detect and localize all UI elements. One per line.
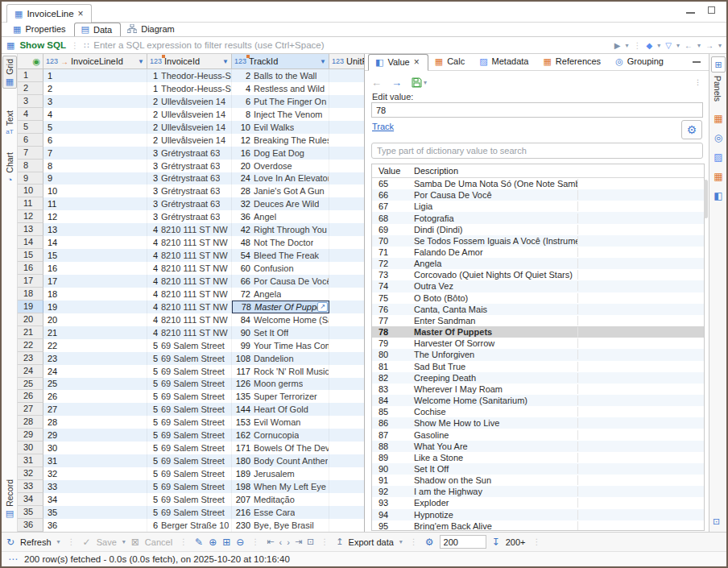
dictionary-row[interactable]: 87Gasoline [372, 429, 704, 440]
duplicate-row-icon[interactable]: ⊞ [222, 537, 230, 548]
grid-corner-cell[interactable]: ◉ [18, 54, 43, 68]
save-button[interactable]: Save [97, 537, 117, 547]
row-number[interactable]: 5 [18, 121, 43, 134]
dictionary-row[interactable]: 75O Boto (Bôto) [372, 292, 704, 304]
table-row[interactable]: 2626569 Salem Street135Super Terrorizer [18, 390, 364, 403]
dictionary-row[interactable]: 82Creeping Death [372, 372, 704, 384]
cancel-button[interactable]: Cancel [145, 537, 172, 547]
cell-trackid[interactable]: 2Balls to the Wall [232, 69, 329, 82]
cell-trackid[interactable]: 42Right Through You [232, 223, 329, 236]
cell-unitprice[interactable] [329, 262, 364, 275]
cell-trackid[interactable]: 28Janie's Got A Gun [232, 184, 329, 197]
cell-invoiceid[interactable]: 569 Salem Street [147, 480, 232, 493]
cell-invoicelineid[interactable]: 15 [43, 249, 147, 262]
row-number[interactable]: 26 [18, 390, 43, 403]
dictionary-row[interactable]: 90Set It Off [372, 463, 704, 475]
cell-unitprice[interactable] [329, 172, 364, 185]
table-row[interactable]: 2323569 Salem Street108Dandelion [18, 352, 364, 365]
cell-unitprice[interactable] [329, 82, 364, 95]
cell-invoiceid[interactable]: 3Grétrystraat 63 [147, 210, 232, 223]
custom-filter-icon[interactable]: ▽ [665, 41, 672, 50]
open-value-editor-icon[interactable]: ↗ [317, 302, 328, 312]
table-row[interactable]: 993Grétrystraat 6324Love In An Elevator [18, 172, 364, 185]
table-row[interactable]: 2727569 Salem Street144Heart Of Gold [18, 403, 364, 416]
clear-filter-icon[interactable]: ◆ [647, 41, 653, 50]
cell-invoiceid[interactable]: 569 Salem Street [147, 403, 232, 416]
table-row[interactable]: 2828569 Salem Street153Evil Woman [18, 416, 364, 429]
cell-trackid[interactable]: 230Bye, Bye Brasil [232, 519, 329, 532]
row-number[interactable]: 9 [18, 172, 43, 185]
edit-row-icon[interactable]: ✎ [195, 537, 203, 548]
cell-trackid[interactable]: 126Moon germs [232, 378, 329, 391]
cell-invoicelineid[interactable]: 29 [43, 429, 147, 442]
add-row-icon[interactable]: ⊕ [209, 537, 217, 548]
sort-chevron-icon[interactable]: ▼ [320, 58, 326, 65]
minimize-icon[interactable] [686, 12, 695, 14]
row-number[interactable]: 3 [18, 95, 43, 108]
cell-unitprice[interactable] [329, 378, 364, 391]
cell-invoicelineid[interactable]: 4 [43, 108, 147, 121]
table-row[interactable]: 221Theodor-Heuss-St4Restless and Wild [18, 82, 364, 95]
table-row[interactable]: 3131569 Salem Street180Body Count Anther [18, 454, 364, 467]
cell-trackid[interactable]: 162Cornucopia [232, 429, 329, 442]
tab-properties[interactable]: ▦ Properties [6, 23, 74, 36]
column-header-trackid[interactable]: 123 TrackId ▼ [232, 54, 329, 68]
cell-unitprice[interactable] [329, 416, 364, 429]
cell-trackid[interactable]: 216Esse Cara [232, 506, 329, 519]
cell-invoiceid[interactable]: 48210 111 ST NW [147, 275, 232, 288]
dictionary-scrollbar[interactable] [704, 180, 708, 218]
dictionary-row[interactable]: 92I am the Highway [372, 486, 704, 497]
dictionary-settings-button[interactable]: ⚙ [681, 120, 702, 139]
presentation-tab-grid[interactable]: Grid ▦ [2, 56, 17, 89]
cell-unitprice[interactable] [329, 467, 364, 480]
cell-invoiceid[interactable]: 48210 111 ST NW [147, 288, 232, 301]
chevron-down-icon[interactable]: ▾ [697, 42, 701, 49]
fetch-size-input[interactable] [440, 535, 486, 549]
cell-invoicelineid[interactable]: 14 [43, 236, 147, 249]
cell-invoicelineid[interactable]: 21 [43, 326, 147, 339]
selected-cell-trackid[interactable]: 78Master Of Puppe↗ [232, 301, 329, 313]
cell-trackid[interactable]: 6Put The Finger On Yo [232, 95, 329, 108]
column-header-invoicelineid[interactable]: 123 → InvoiceLineId ▼ [43, 54, 147, 68]
cell-trackid[interactable]: 108Dandelion [232, 352, 329, 365]
cell-invoiceid[interactable]: 2Ullevålsveien 14 [147, 134, 232, 147]
dictionary-row[interactable]: 78Master Of Puppets [372, 326, 704, 338]
edit-value-input[interactable] [371, 102, 703, 118]
column-header-invoiceid[interactable]: 123 InvoiceId ▼ [147, 54, 232, 68]
chevron-down-icon[interactable]: ▾ [718, 42, 722, 49]
chevron-down-icon[interactable]: ▾ [657, 42, 660, 49]
cell-trackid[interactable]: 84Welcome Home (Sa [232, 313, 329, 326]
dictionary-search-input[interactable] [371, 143, 703, 159]
maximize-icon[interactable] [708, 6, 715, 14]
cell-invoicelineid[interactable]: 23 [43, 352, 147, 365]
cell-invoicelineid[interactable]: 32 [43, 467, 147, 480]
row-number[interactable]: 35 [18, 506, 43, 519]
cell-trackid[interactable]: 60Confusion [232, 262, 329, 275]
row-number[interactable]: 28 [18, 416, 43, 429]
row-number[interactable]: 31 [18, 454, 43, 467]
cell-invoiceid[interactable]: 2Ullevålsveien 14 [147, 95, 232, 108]
cell-invoicelineid[interactable]: 7 [43, 147, 147, 160]
presentation-tab-chart[interactable]: Chart ◔ [2, 152, 17, 184]
row-number[interactable]: 29 [18, 429, 43, 442]
row-number[interactable]: 6 [18, 134, 43, 147]
row-number[interactable]: 34 [18, 493, 43, 506]
dictionary-row[interactable]: 66Por Causa De Você [372, 189, 704, 201]
table-row[interactable]: 181848210 111 ST NW72Angela [18, 288, 364, 301]
cell-invoiceid[interactable]: 48210 111 ST NW [147, 223, 232, 236]
row-number[interactable]: 13 [18, 223, 43, 236]
cell-unitprice[interactable] [329, 326, 364, 339]
goto-row-icon[interactable]: ⊡ [307, 537, 313, 547]
table-row[interactable]: 191948210 111 ST NW78Master Of Puppe↗ [18, 301, 364, 313]
dictionary-row[interactable]: 71Falando De Amor [372, 247, 704, 258]
panels-toggle-button[interactable]: ⊞ [711, 56, 726, 73]
cell-invoicelineid[interactable]: 12 [43, 210, 147, 223]
cell-unitprice[interactable] [329, 223, 364, 236]
cell-unitprice[interactable] [329, 288, 364, 301]
table-row[interactable]: 36366Berger Straße 10230Bye, Bye Brasil [18, 519, 364, 532]
tab-data[interactable]: ▤ Data [74, 23, 122, 36]
table-row[interactable]: 2222569 Salem Street99Your Time Has Com [18, 339, 364, 352]
filter-history-chevron-icon[interactable]: ▾ [626, 42, 629, 49]
cell-invoicelineid[interactable]: 24 [43, 365, 147, 378]
cell-invoiceid[interactable]: 569 Salem Street [147, 390, 232, 403]
